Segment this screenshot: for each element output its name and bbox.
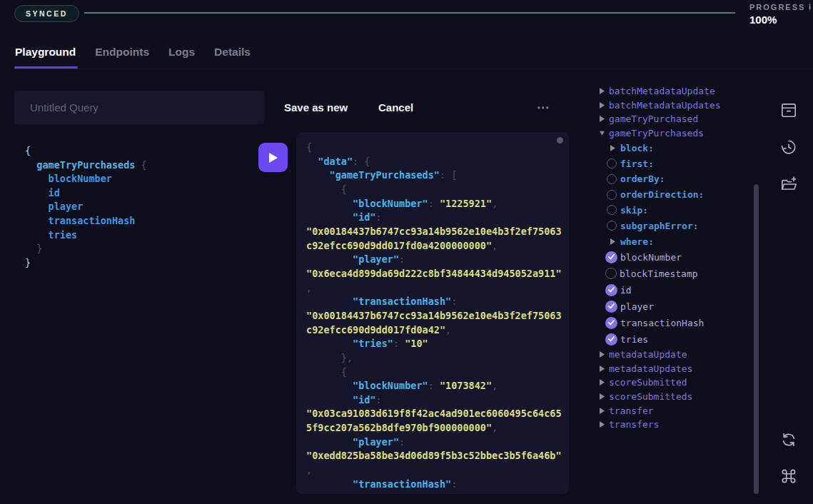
schema-row-player[interactable]: player	[596, 298, 750, 315]
chevron-right-icon	[600, 88, 605, 94]
schema-scrollbar[interactable]	[754, 184, 759, 494]
tree-toggle[interactable]	[610, 238, 615, 245]
chevron-right-icon	[600, 116, 605, 122]
response-code-line: ,	[306, 281, 559, 296]
query-code-line: {	[25, 144, 253, 158]
refresh-button[interactable]	[778, 429, 799, 450]
response-code-line: "blockNumber": "1225921",	[306, 197, 559, 211]
tree-toggle[interactable]	[600, 88, 605, 94]
schema-row-skip[interactable]: skip:	[596, 203, 750, 218]
command-icon	[779, 467, 798, 485]
schema-row-batchMetadataUpdates[interactable]: batchMetadataUpdates	[596, 99, 750, 113]
tree-toggle[interactable]	[600, 131, 605, 136]
response-code-line: "player":	[306, 253, 559, 267]
query-history-button[interactable]	[778, 136, 799, 158]
response-code-line: "0xedd825ba58be34d06d89f5b3c52bbec3b5f6a…	[306, 449, 559, 463]
tab-divider	[14, 69, 813, 69]
progress-bar	[84, 12, 735, 14]
query-code-line: gameTryPurchaseds {	[25, 158, 253, 173]
schema-row-first[interactable]: first:	[596, 156, 750, 171]
archive-box-icon	[779, 101, 798, 119]
info-icon[interactable]: i	[809, 2, 811, 11]
saved-queries-button[interactable]	[778, 99, 799, 121]
tab-endpoints[interactable]: Endpoints	[94, 46, 150, 69]
query-editor[interactable]: { gameTryPurchaseds { blockNumber id pla…	[25, 144, 253, 270]
schema-label: metadataUpdate	[609, 349, 687, 360]
response-code-line: "data": {	[306, 155, 559, 169]
checkbox-unchecked-icon[interactable]	[607, 205, 617, 215]
checkbox-checked-icon[interactable]	[605, 333, 617, 346]
tree-toggle[interactable]	[600, 379, 605, 385]
checkbox-checked-icon[interactable]	[605, 284, 617, 296]
chevron-right-icon	[600, 379, 605, 385]
checkbox-checked-icon[interactable]	[605, 251, 617, 263]
schema-row-blockTimestamp[interactable]: blockTimestamp	[596, 266, 750, 282]
schema-label: skip:	[620, 205, 648, 216]
tree-toggle[interactable]	[600, 366, 605, 372]
new-folder-button[interactable]	[778, 173, 799, 195]
schema-row-where[interactable]: where:	[596, 233, 750, 249]
history-icon	[779, 138, 798, 156]
schema-row-scoreSubmitteds[interactable]: scoreSubmitteds	[596, 390, 750, 404]
tab-logs[interactable]: Logs	[168, 46, 196, 69]
checkbox-unchecked-icon[interactable]	[607, 158, 617, 168]
tab-details[interactable]: Details	[213, 46, 251, 69]
schema-row-metadataUpdate[interactable]: metadataUpdate	[596, 348, 750, 362]
schema-row-gameTryPurchased[interactable]: gameTryPurchased	[596, 112, 750, 126]
chevron-right-icon	[600, 421, 605, 428]
cancel-button[interactable]: Cancel	[378, 101, 413, 114]
tab-playground[interactable]: Playground	[14, 46, 76, 69]
schema-row-transactionHash[interactable]: transactionHash	[596, 315, 750, 331]
response-code-line: c92efcc690d9dd017fd0a4200000000",	[306, 239, 559, 253]
response-code-line: "0x6eca4d899da69d222c8bf34844434d945052a…	[306, 267, 559, 281]
schema-row-batchMetadataUpdate[interactable]: batchMetadataUpdate	[596, 84, 750, 99]
schema-label: block:	[620, 143, 654, 153]
schema-row-tries[interactable]: tries	[596, 331, 750, 348]
schema-row-id[interactable]: id	[596, 282, 750, 298]
schema-label: tries	[620, 334, 648, 345]
shortcuts-button[interactable]	[778, 465, 799, 487]
schema-row-block[interactable]: block:	[596, 140, 750, 156]
response-scroll-thumb[interactable]	[557, 137, 563, 143]
response-code-line: c92efcc690d9dd017fd0a42",	[306, 323, 559, 338]
tree-toggle[interactable]	[600, 116, 605, 122]
checkbox-checked-icon[interactable]	[605, 301, 617, 313]
response-code-line: },	[306, 351, 559, 366]
schema-row-orderDirection[interactable]: orderDirection:	[596, 187, 750, 203]
schema-label: scoreSubmitted	[609, 377, 687, 388]
schema-row-gameTryPurchaseds[interactable]: gameTryPurchaseds	[596, 126, 750, 141]
tree-toggle[interactable]	[600, 421, 605, 428]
checkbox-unchecked-icon[interactable]	[605, 268, 617, 279]
chevron-right-icon	[600, 102, 605, 109]
tree-toggle[interactable]	[600, 408, 605, 414]
chevron-right-icon	[600, 408, 605, 414]
tree-toggle[interactable]	[600, 351, 605, 358]
query-name-input[interactable]	[14, 91, 264, 124]
schema-row-orderBy[interactable]: orderBy:	[596, 171, 750, 187]
response-code-line: "0x00184437b6747cc93a14b9562e10e4b3f2ef7…	[306, 225, 559, 239]
tree-toggle[interactable]	[600, 393, 605, 400]
schema-row-scoreSubmitted[interactable]: scoreSubmitted	[596, 376, 750, 390]
response-panel[interactable]: { "data": { "gameTryPurchaseds": [ { "bl…	[296, 132, 569, 494]
response-code-line: "0x03ca91083d619f8f42ac4ad901ec6060495c6…	[306, 407, 559, 421]
schema-row-transfer[interactable]: transfer	[596, 403, 750, 418]
more-options-button[interactable]: ⋯	[537, 100, 550, 115]
checkbox-unchecked-icon[interactable]	[607, 221, 617, 231]
response-code-line: "id":	[306, 393, 559, 408]
checkbox-checked-icon[interactable]	[605, 317, 617, 329]
checkbox-unchecked-icon[interactable]	[607, 190, 617, 200]
schema-row-blockNumber[interactable]: blockNumber	[596, 249, 750, 266]
progress-indicator: PROGRESS i 100%	[749, 2, 810, 26]
schema-row-subgraphError[interactable]: subgraphError:	[596, 218, 750, 233]
run-query-button[interactable]	[258, 143, 288, 172]
response-code-line: "transactionHash":	[306, 478, 559, 492]
schema-label: where:	[620, 236, 654, 247]
tree-toggle[interactable]	[600, 102, 605, 109]
checkbox-unchecked-icon[interactable]	[607, 174, 617, 184]
schema-row-transfers[interactable]: transfers	[596, 418, 750, 432]
tree-toggle[interactable]	[610, 145, 615, 151]
chevron-right-icon	[600, 366, 605, 372]
response-code-line: {	[306, 183, 559, 197]
schema-row-metadataUpdates[interactable]: metadataUpdates	[596, 362, 750, 376]
save-as-new-button[interactable]: Save as new	[284, 101, 348, 114]
